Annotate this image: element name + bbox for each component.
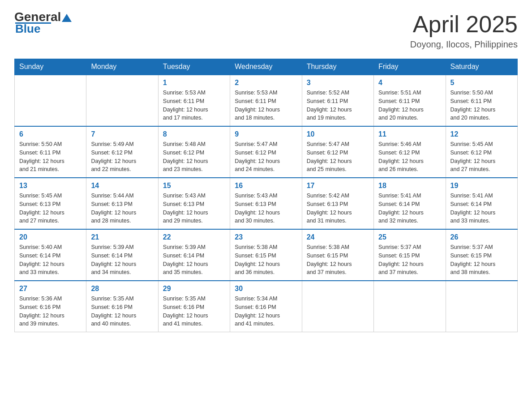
calendar-header-sunday: Sunday — [15, 59, 86, 75]
day-number: 15 — [163, 182, 225, 190]
calendar-cell: 2Sunrise: 5:53 AM Sunset: 6:11 PM Daylig… — [230, 75, 302, 126]
calendar-cell: 16Sunrise: 5:43 AM Sunset: 6:13 PM Dayli… — [230, 178, 302, 229]
calendar-cell — [446, 281, 517, 332]
calendar-cell: 12Sunrise: 5:45 AM Sunset: 6:12 PM Dayli… — [446, 126, 517, 178]
day-info: Sunrise: 5:42 AM Sunset: 6:13 PM Dayligh… — [307, 192, 369, 225]
day-info: Sunrise: 5:46 AM Sunset: 6:12 PM Dayligh… — [378, 140, 441, 174]
calendar-header-monday: Monday — [86, 59, 158, 75]
calendar-cell — [86, 75, 158, 126]
calendar-cell: 28Sunrise: 5:35 AM Sunset: 6:16 PM Dayli… — [86, 281, 158, 332]
day-number: 21 — [91, 233, 153, 241]
day-number: 11 — [378, 130, 441, 138]
day-number: 2 — [235, 79, 297, 87]
day-info: Sunrise: 5:52 AM Sunset: 6:11 PM Dayligh… — [307, 89, 369, 122]
day-info: Sunrise: 5:35 AM Sunset: 6:16 PM Dayligh… — [163, 295, 225, 328]
day-info: Sunrise: 5:53 AM Sunset: 6:11 PM Dayligh… — [235, 89, 297, 122]
day-number: 5 — [450, 79, 513, 87]
day-number: 17 — [307, 182, 369, 190]
day-info: Sunrise: 5:38 AM Sunset: 6:15 PM Dayligh… — [307, 243, 369, 277]
calendar-week-row-2: 6Sunrise: 5:50 AM Sunset: 6:11 PM Daylig… — [15, 126, 518, 178]
day-info: Sunrise: 5:35 AM Sunset: 6:16 PM Dayligh… — [91, 295, 153, 328]
day-number: 27 — [19, 285, 82, 293]
day-info: Sunrise: 5:36 AM Sunset: 6:16 PM Dayligh… — [19, 295, 82, 328]
calendar-cell: 21Sunrise: 5:39 AM Sunset: 6:14 PM Dayli… — [86, 229, 158, 281]
calendar-cell: 4Sunrise: 5:51 AM Sunset: 6:11 PM Daylig… — [374, 75, 446, 126]
logo-triangle-icon — [62, 14, 72, 22]
header-right: April 2025 Doyong, Ilocos, Philippines — [410, 11, 518, 50]
day-info: Sunrise: 5:39 AM Sunset: 6:14 PM Dayligh… — [91, 243, 153, 277]
calendar-header-thursday: Thursday — [302, 59, 373, 75]
day-info: Sunrise: 5:45 AM Sunset: 6:13 PM Dayligh… — [19, 192, 82, 225]
day-info: Sunrise: 5:50 AM Sunset: 6:11 PM Dayligh… — [450, 89, 513, 122]
day-number: 1 — [163, 79, 225, 87]
day-info: Sunrise: 5:39 AM Sunset: 6:14 PM Dayligh… — [163, 243, 225, 277]
logo-blue-text: Blue — [14, 23, 40, 34]
calendar-cell: 26Sunrise: 5:37 AM Sunset: 6:15 PM Dayli… — [446, 229, 517, 281]
location: Doyong, Ilocos, Philippines — [410, 39, 518, 50]
calendar-cell: 23Sunrise: 5:38 AM Sunset: 6:15 PM Dayli… — [230, 229, 302, 281]
page-header: General Blue April 2025 Doyong, Ilocos, … — [14, 11, 518, 50]
calendar-cell: 15Sunrise: 5:43 AM Sunset: 6:13 PM Dayli… — [158, 178, 230, 229]
day-number: 3 — [307, 79, 369, 87]
calendar-header-saturday: Saturday — [446, 59, 517, 75]
calendar-week-row-3: 13Sunrise: 5:45 AM Sunset: 6:13 PM Dayli… — [15, 178, 518, 229]
calendar-cell: 22Sunrise: 5:39 AM Sunset: 6:14 PM Dayli… — [158, 229, 230, 281]
day-info: Sunrise: 5:45 AM Sunset: 6:12 PM Dayligh… — [450, 140, 513, 174]
day-info: Sunrise: 5:43 AM Sunset: 6:13 PM Dayligh… — [235, 192, 297, 225]
calendar-cell: 3Sunrise: 5:52 AM Sunset: 6:11 PM Daylig… — [302, 75, 373, 126]
calendar-cell: 7Sunrise: 5:49 AM Sunset: 6:12 PM Daylig… — [86, 126, 158, 178]
svg-marker-0 — [62, 14, 72, 22]
day-number: 22 — [163, 233, 225, 241]
day-info: Sunrise: 5:51 AM Sunset: 6:11 PM Dayligh… — [378, 89, 441, 122]
calendar-header-wednesday: Wednesday — [230, 59, 302, 75]
calendar-header-row: SundayMondayTuesdayWednesdayThursdayFrid… — [15, 59, 518, 75]
day-number: 13 — [19, 182, 82, 190]
calendar-cell: 8Sunrise: 5:48 AM Sunset: 6:12 PM Daylig… — [158, 126, 230, 178]
calendar-cell: 19Sunrise: 5:41 AM Sunset: 6:14 PM Dayli… — [446, 178, 517, 229]
day-info: Sunrise: 5:37 AM Sunset: 6:15 PM Dayligh… — [378, 243, 441, 277]
calendar-cell: 27Sunrise: 5:36 AM Sunset: 6:16 PM Dayli… — [15, 281, 86, 332]
day-number: 19 — [450, 182, 513, 190]
day-info: Sunrise: 5:44 AM Sunset: 6:13 PM Dayligh… — [91, 192, 153, 225]
day-info: Sunrise: 5:49 AM Sunset: 6:12 PM Dayligh… — [91, 140, 153, 174]
calendar-week-row-1: 1Sunrise: 5:53 AM Sunset: 6:11 PM Daylig… — [15, 75, 518, 126]
calendar-cell: 14Sunrise: 5:44 AM Sunset: 6:13 PM Dayli… — [86, 178, 158, 229]
calendar-header-friday: Friday — [374, 59, 446, 75]
calendar-week-row-4: 20Sunrise: 5:40 AM Sunset: 6:14 PM Dayli… — [15, 229, 518, 281]
day-info: Sunrise: 5:40 AM Sunset: 6:14 PM Dayligh… — [19, 243, 82, 277]
day-number: 28 — [91, 285, 153, 293]
day-number: 30 — [235, 285, 297, 293]
calendar-cell — [15, 75, 86, 126]
day-info: Sunrise: 5:48 AM Sunset: 6:12 PM Dayligh… — [163, 140, 225, 174]
day-number: 12 — [450, 130, 513, 138]
day-number: 16 — [235, 182, 297, 190]
day-number: 26 — [450, 233, 513, 241]
calendar-cell: 25Sunrise: 5:37 AM Sunset: 6:15 PM Dayli… — [374, 229, 446, 281]
day-number: 7 — [91, 130, 153, 138]
day-number: 24 — [307, 233, 369, 241]
day-info: Sunrise: 5:53 AM Sunset: 6:11 PM Dayligh… — [163, 89, 225, 122]
calendar-cell: 6Sunrise: 5:50 AM Sunset: 6:11 PM Daylig… — [15, 126, 86, 178]
day-number: 9 — [235, 130, 297, 138]
day-number: 10 — [307, 130, 369, 138]
logo: General Blue — [14, 11, 72, 34]
day-number: 14 — [91, 182, 153, 190]
calendar-cell: 17Sunrise: 5:42 AM Sunset: 6:13 PM Dayli… — [302, 178, 373, 229]
day-info: Sunrise: 5:34 AM Sunset: 6:16 PM Dayligh… — [235, 295, 297, 328]
month-title: April 2025 — [410, 11, 518, 38]
logo-text: General — [14, 11, 72, 23]
day-info: Sunrise: 5:38 AM Sunset: 6:15 PM Dayligh… — [235, 243, 297, 277]
calendar-cell: 5Sunrise: 5:50 AM Sunset: 6:11 PM Daylig… — [446, 75, 517, 126]
calendar-cell — [302, 281, 373, 332]
day-number: 25 — [378, 233, 441, 241]
day-number: 20 — [19, 233, 82, 241]
day-number: 18 — [378, 182, 441, 190]
day-info: Sunrise: 5:41 AM Sunset: 6:14 PM Dayligh… — [378, 192, 441, 225]
calendar-cell: 10Sunrise: 5:47 AM Sunset: 6:12 PM Dayli… — [302, 126, 373, 178]
day-info: Sunrise: 5:43 AM Sunset: 6:13 PM Dayligh… — [163, 192, 225, 225]
calendar-table: SundayMondayTuesdayWednesdayThursdayFrid… — [14, 59, 518, 332]
calendar-cell: 29Sunrise: 5:35 AM Sunset: 6:16 PM Dayli… — [158, 281, 230, 332]
calendar-cell — [374, 281, 446, 332]
day-info: Sunrise: 5:47 AM Sunset: 6:12 PM Dayligh… — [307, 140, 369, 174]
calendar-cell: 30Sunrise: 5:34 AM Sunset: 6:16 PM Dayli… — [230, 281, 302, 332]
